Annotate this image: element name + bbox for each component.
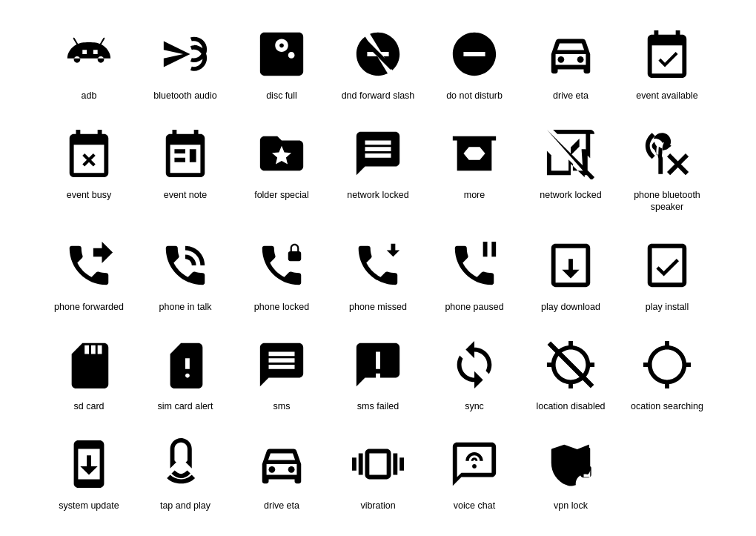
- svg-point-0: [558, 56, 565, 63]
- do-not-disturb-icon: [445, 24, 504, 84]
- icon-item-voice-chat: voice chat: [426, 427, 523, 519]
- phone-forwarded-label: phone forwarded: [54, 301, 124, 313]
- icon-item-vibration: vibration: [330, 427, 426, 519]
- sms-label: sms: [273, 400, 291, 412]
- network-locked-icon: [541, 124, 600, 183]
- vpn-lock-icon: [541, 434, 600, 494]
- bluetooth-audio-label: bluetooth audio: [153, 90, 217, 102]
- drive-eta2-label: drive eta: [264, 500, 299, 512]
- icon-item-system-update: system update: [41, 427, 137, 519]
- sms-icon: [252, 335, 311, 394]
- icon-item-sync: sync: [426, 328, 523, 420]
- icon-item-network-locked-chat: network locked: [330, 116, 426, 221]
- icon-item-disc-full: disc full: [233, 17, 330, 109]
- icon-item-event-busy: event busy: [41, 116, 137, 221]
- drive-eta-icon: [541, 24, 600, 84]
- tap-and-play-icon: [156, 434, 215, 494]
- dnd-forward-slash-label: dnd forward slash: [342, 90, 415, 102]
- icon-item-sd-card: sd card: [41, 328, 137, 420]
- icon-item-play-download: play download: [523, 228, 619, 320]
- icon-item-event-note: event note: [137, 116, 233, 221]
- network-locked-label: network locked: [540, 189, 601, 201]
- phone-bluetooth-speaker-label: phone bluetooth speaker: [623, 189, 712, 214]
- icon-item-phone-bluetooth-speaker: phone bluetooth speaker: [619, 116, 715, 221]
- event-note-icon: [156, 124, 215, 183]
- icon-item-drive-eta: drive eta: [523, 17, 619, 109]
- icon-item-phone-forwarded: phone forwarded: [41, 228, 137, 320]
- sim-card-alert-icon: [156, 335, 215, 394]
- system-update-icon: [59, 434, 119, 494]
- svg-point-4: [288, 466, 295, 473]
- icon-item-phone-paused: phone paused: [426, 228, 523, 320]
- phone-locked-label: phone locked: [254, 301, 309, 313]
- location-searching-label: ocation searching: [631, 400, 703, 412]
- system-update-label: system update: [59, 500, 119, 512]
- icon-item-bluetooth-audio: bluetooth audio: [137, 17, 233, 109]
- folder-special-icon: [252, 124, 311, 183]
- vpn-lock-label: vpn lock: [554, 500, 588, 512]
- voice-chat-label: voice chat: [454, 500, 495, 512]
- bluetooth-audio-icon: [156, 24, 215, 84]
- icon-item-phone-missed: phone missed: [330, 228, 426, 320]
- icon-item-phone-locked: phone locked: [233, 228, 330, 320]
- icon-item-adb: adb: [41, 17, 137, 109]
- voice-chat-icon: [445, 434, 504, 494]
- icon-item-dnd-forward-slash: dnd forward slash: [330, 17, 426, 109]
- phone-forwarded-icon: [59, 236, 119, 295]
- phone-in-talk-label: phone in talk: [159, 301, 212, 313]
- drive-eta-label: drive eta: [553, 90, 588, 102]
- sms-failed-label: sms failed: [357, 400, 399, 412]
- adb-icon: [59, 24, 119, 84]
- sync-label: sync: [465, 400, 484, 412]
- icon-item-sms: sms: [233, 328, 330, 420]
- icon-item-sms-failed: sms failed: [330, 328, 426, 420]
- phone-paused-icon: [445, 236, 504, 295]
- more-label: more: [464, 189, 485, 201]
- icon-item-location-searching: ocation searching: [619, 328, 715, 420]
- phone-missed-icon: [348, 236, 408, 295]
- folder-special-label: folder special: [254, 189, 309, 201]
- tap-and-play-label: tap and play: [160, 500, 210, 512]
- sd-card-icon: [59, 335, 119, 394]
- location-disabled-icon: [541, 335, 600, 394]
- event-available-label: event available: [636, 90, 697, 102]
- icon-item-do-not-disturb: do not disturb: [426, 17, 523, 109]
- sync-icon: [445, 335, 504, 394]
- svg-point-1: [577, 56, 584, 63]
- network-locked-chat-icon: [348, 124, 408, 183]
- play-download-icon: [541, 236, 600, 295]
- more-icon: [445, 124, 504, 183]
- icon-grid: adb bluetooth audio disc full dnd forwar…: [19, 2, 737, 535]
- disc-full-icon: [252, 24, 311, 84]
- phone-paused-label: phone paused: [445, 301, 503, 313]
- phone-locked-icon: [252, 236, 311, 295]
- icon-item-play-install: play install: [619, 228, 715, 320]
- sms-failed-icon: [348, 335, 408, 394]
- event-note-label: event note: [164, 189, 207, 201]
- icon-item-more: more: [426, 116, 523, 221]
- event-busy-icon: [59, 124, 119, 183]
- phone-in-talk-icon: [156, 236, 215, 295]
- icon-item-location-disabled: location disabled: [523, 328, 619, 420]
- vibration-icon: [348, 434, 408, 494]
- adb-label: adb: [82, 90, 97, 102]
- icon-item-vpn-lock: vpn lock: [523, 427, 619, 519]
- play-install-icon: [637, 236, 697, 295]
- do-not-disturb-label: do not disturb: [446, 90, 503, 102]
- icon-item-event-available: event available: [619, 17, 715, 109]
- network-locked-chat-label: network locked: [347, 189, 408, 201]
- vibration-label: vibration: [360, 500, 395, 512]
- phone-bluetooth-speaker-icon: [637, 124, 697, 183]
- dnd-forward-slash-icon: [348, 24, 408, 84]
- event-available-icon: [637, 24, 697, 84]
- location-searching-icon: [637, 335, 697, 394]
- phone-missed-label: phone missed: [349, 301, 407, 313]
- icon-item-drive-eta2: drive eta: [233, 427, 330, 519]
- play-download-label: play download: [541, 301, 600, 313]
- icon-item-phone-in-talk: phone in talk: [137, 228, 233, 320]
- icon-item-folder-special: folder special: [233, 116, 330, 221]
- sim-card-alert-label: sim card alert: [157, 400, 213, 412]
- play-install-label: play install: [646, 301, 689, 313]
- sd-card-label: sd card: [74, 400, 105, 412]
- icon-item-tap-and-play: tap and play: [137, 427, 233, 519]
